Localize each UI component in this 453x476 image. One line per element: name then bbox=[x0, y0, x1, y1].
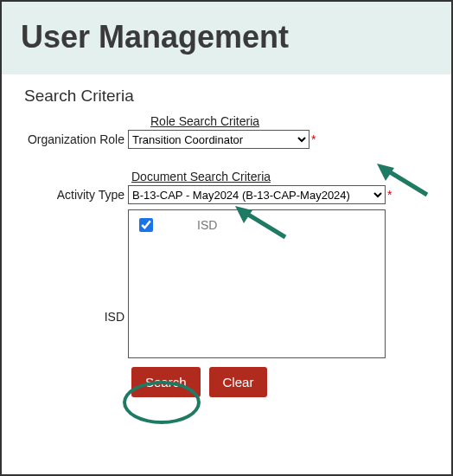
button-row: Search Clear bbox=[131, 367, 429, 397]
activity-type-label: Activity Type bbox=[24, 188, 128, 202]
role-group-title: Role Search Criteria bbox=[150, 114, 429, 128]
role-group-title-wrap: Role Search Criteria bbox=[150, 114, 429, 128]
org-role-select[interactable]: Transition Coordinator bbox=[128, 130, 309, 149]
activity-type-select[interactable]: B-13-CAP - May2024 (B-13-CAP-May2024) bbox=[128, 185, 386, 204]
activity-type-row: Activity Type B-13-CAP - May2024 (B-13-C… bbox=[24, 185, 429, 204]
clear-button[interactable]: Clear bbox=[209, 367, 268, 397]
org-role-row: Organization Role Transition Coordinator… bbox=[24, 130, 429, 149]
document-group: Document Search Criteria Activity Type B… bbox=[24, 170, 429, 397]
app-frame: User Management Search Criteria Role Sea… bbox=[0, 0, 453, 476]
isd-row: ISD ISD bbox=[24, 209, 429, 358]
isd-listbox[interactable]: ISD bbox=[128, 209, 386, 358]
search-button[interactable]: Search bbox=[131, 367, 201, 397]
page-title: User Management bbox=[21, 19, 432, 55]
section-title: Search Criteria bbox=[24, 87, 429, 106]
required-indicator: * bbox=[311, 132, 316, 146]
doc-group-title-wrap: Document Search Criteria bbox=[131, 170, 429, 183]
isd-checkbox[interactable] bbox=[139, 218, 153, 232]
doc-group-title: Document Search Criteria bbox=[131, 170, 429, 183]
list-item[interactable]: ISD bbox=[136, 215, 378, 235]
required-indicator: * bbox=[387, 188, 392, 202]
search-criteria-panel: Search Criteria Role Search Criteria Org… bbox=[2, 74, 451, 413]
org-role-label: Organization Role bbox=[24, 132, 128, 146]
page-header: User Management bbox=[2, 2, 451, 74]
isd-item-label: ISD bbox=[197, 218, 217, 232]
isd-label: ISD bbox=[24, 310, 128, 324]
